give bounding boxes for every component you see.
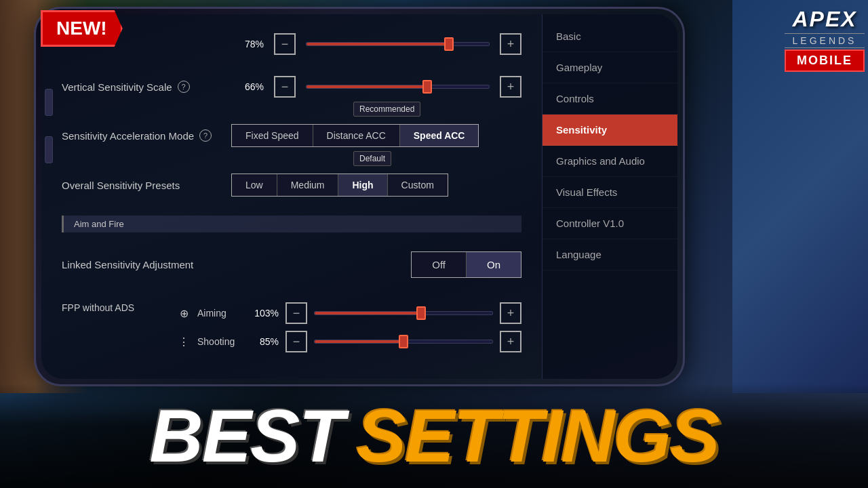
high-option[interactable]: High: [338, 174, 387, 196]
slider2-value: 66%: [237, 81, 264, 92]
best-settings-banner: BEST SETTINGS: [0, 383, 868, 488]
slider2-thumb[interactable]: [422, 80, 432, 94]
apex-subtitle: LEGENDS: [785, 33, 865, 48]
nav-sensitivity[interactable]: Sensitivity: [542, 115, 677, 146]
aiming-fill: [315, 312, 421, 314]
shooting-plus[interactable]: +: [500, 331, 521, 352]
slider1-thumb[interactable]: [444, 37, 454, 51]
phone-inner: 78% − + Vertical Sensitivity Scale ?: [41, 14, 677, 379]
side-btn-1: [45, 89, 53, 116]
speed-acc-option[interactable]: Speed ACC: [400, 125, 479, 146]
distance-acc-option[interactable]: Distance ACC: [313, 125, 400, 146]
aiming-value: 103%: [252, 308, 279, 319]
slider2-minus[interactable]: −: [274, 76, 296, 98]
nav-basic[interactable]: Basic: [542, 21, 677, 52]
nav-visual-effects[interactable]: Visual Effects: [542, 177, 677, 208]
slider1-value: 78%: [237, 39, 264, 49]
fpp-row: FPP without ADS ⊕ Aiming 103% −: [62, 297, 521, 358]
nav-panel: Basic Gameplay Controls Sensitivity Grap…: [542, 14, 677, 379]
apex-mobile: MOBILE: [785, 49, 865, 72]
slider2-label: Vertical Sensitivity Scale ?: [62, 81, 231, 93]
presets-label: Overall Sensitivity Presets: [62, 180, 231, 191]
shooting-minus[interactable]: −: [285, 331, 307, 352]
linked-off[interactable]: Off: [412, 252, 467, 277]
slider1-plus[interactable]: +: [500, 33, 521, 55]
linked-row: Linked Sensitivity Adjustment Off On: [62, 246, 521, 283]
slider2-plus[interactable]: +: [500, 76, 521, 98]
nav-gameplay[interactable]: Gameplay: [542, 52, 677, 83]
acceleration-label: Sensitivity Acceleration Mode ?: [62, 129, 231, 142]
acceleration-row: Sensitivity Acceleration Mode ? Fixed Sp…: [62, 119, 521, 152]
presets-row: Overall Sensitivity Presets Low Medium H…: [62, 168, 521, 202]
nav-controls[interactable]: Controls: [542, 83, 677, 115]
apex-logo: APEX LEGENDS MOBILE: [785, 7, 865, 72]
aiming-icon: ⊕: [177, 307, 191, 320]
aiming-row: ⊕ Aiming 103% − +: [177, 302, 521, 324]
aim-fire-section: Aim and Fire: [62, 216, 521, 232]
linked-toggle: Off On: [411, 251, 521, 278]
acceleration-options: Fixed Speed Distance ACC Speed ACC: [231, 124, 479, 147]
aiming-plus[interactable]: +: [500, 302, 521, 324]
slider2-track[interactable]: [306, 85, 490, 89]
slider1-minus[interactable]: −: [274, 33, 296, 55]
linked-on[interactable]: On: [467, 252, 521, 277]
slider2-container: 66% − +: [237, 76, 521, 98]
nav-graphics-audio[interactable]: Graphics and Audio: [542, 146, 677, 177]
side-btn-2: [45, 136, 53, 163]
aiming-label: Aiming: [197, 308, 245, 319]
shooting-track[interactable]: [314, 340, 493, 344]
phone-frame: 78% − + Vertical Sensitivity Scale ?: [34, 7, 685, 386]
default-tooltip: Default: [353, 151, 391, 166]
settings-main: 78% − + Vertical Sensitivity Scale ?: [41, 14, 542, 379]
medium-option[interactable]: Medium: [277, 174, 339, 196]
aiming-thumb[interactable]: [416, 306, 426, 320]
new-badge: NEW!: [41, 10, 123, 47]
linked-label: Linked Sensitivity Adjustment: [62, 259, 231, 270]
shooting-icon: ⋮: [177, 336, 191, 348]
slider2-row: Vertical Sensitivity Scale ? 66% − + Rec…: [62, 70, 521, 103]
acceleration-help-icon[interactable]: ?: [199, 129, 212, 142]
settings-text: SETTINGS: [357, 399, 719, 473]
aiming-track[interactable]: [314, 311, 493, 315]
shooting-label: Shooting: [197, 336, 245, 347]
new-badge-text: NEW!: [41, 10, 123, 47]
apex-title: APEX: [785, 7, 865, 32]
fpp-label: FPP without ADS: [62, 302, 150, 313]
best-text: BEST: [149, 399, 342, 473]
slider1-container: 78% − +: [237, 33, 521, 55]
presets-options: Low Medium High Custom: [231, 174, 448, 197]
side-buttons: [41, 82, 56, 170]
slider2-help-icon[interactable]: ?: [178, 81, 190, 93]
custom-option[interactable]: Custom: [388, 174, 448, 196]
nav-language[interactable]: Language: [542, 239, 677, 270]
nav-controller[interactable]: Controller V1.0: [542, 208, 677, 239]
shooting-thumb[interactable]: [399, 335, 408, 348]
recommended-tooltip: Recommended: [353, 102, 420, 117]
slider2-fill: [307, 85, 427, 88]
shooting-fill: [315, 340, 403, 343]
slider1-row: 78% − +: [62, 28, 521, 60]
slider1-track[interactable]: [306, 42, 490, 46]
low-option[interactable]: Low: [232, 174, 277, 196]
fpp-sliders: ⊕ Aiming 103% − + ⋮: [177, 302, 521, 352]
fixed-speed-option[interactable]: Fixed Speed: [232, 125, 313, 146]
shooting-value: 85%: [252, 336, 279, 347]
phone-content: 78% − + Vertical Sensitivity Scale ?: [41, 14, 677, 379]
aiming-minus[interactable]: −: [285, 302, 307, 324]
slider1-fill: [307, 43, 449, 45]
shooting-row: ⋮ Shooting 85% − +: [177, 331, 521, 352]
